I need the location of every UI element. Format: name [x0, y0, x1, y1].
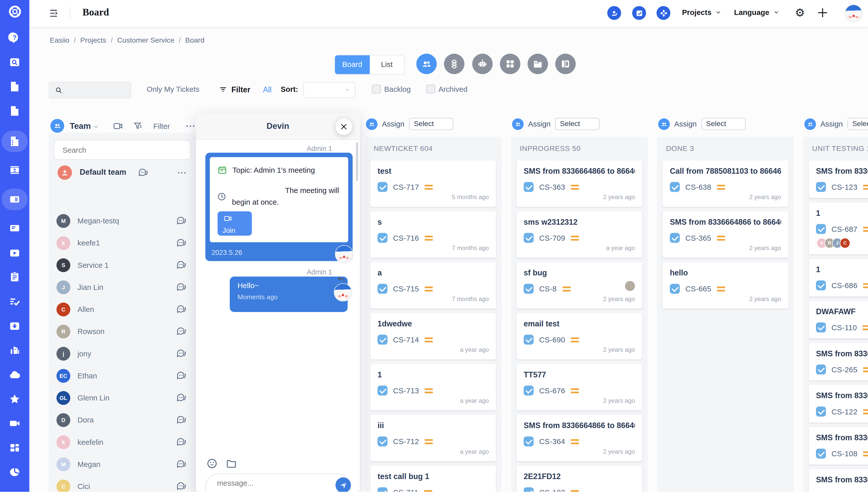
gear-icon[interactable]: ⚙ — [793, 6, 806, 19]
projects-menu[interactable]: Projects — [682, 8, 721, 17]
more-options-icon[interactable] — [185, 120, 196, 132]
sidebar-item-search-doc[interactable] — [8, 56, 21, 69]
breadcrumb-item[interactable]: Board — [185, 36, 205, 44]
card-checkbox[interactable] — [816, 364, 826, 374]
sidebar-item-file[interactable] — [8, 80, 21, 93]
ticket-card[interactable]: 1CS-686 — [809, 259, 868, 296]
card-checkbox[interactable] — [670, 284, 680, 294]
member-row[interactable]: MMegan-testq — [49, 213, 196, 230]
card-checkbox[interactable] — [523, 284, 534, 294]
join-meeting-button[interactable]: Join — [217, 211, 252, 236]
video-call-icon[interactable] — [113, 120, 124, 132]
member-row[interactable]: JJian Lin — [49, 279, 196, 296]
chat-bubble-icon[interactable] — [175, 370, 187, 382]
ticket-card[interactable]: SMS from 8336664866 to 86646... — [809, 469, 868, 492]
ticket-card[interactable]: SMS from 8336664866 to 86646...CS-3632 y… — [516, 161, 642, 207]
menu-toggle-icon[interactable] — [49, 8, 60, 19]
sidebar-item-help[interactable]: ? — [8, 31, 21, 44]
card-checkbox[interactable] — [378, 284, 388, 294]
card-checkbox[interactable] — [523, 233, 534, 243]
member-row[interactable]: RRowson — [49, 323, 196, 341]
filter-icon[interactable] — [219, 85, 228, 94]
assign-select[interactable]: Select — [555, 118, 599, 130]
chat-bubble-icon[interactable] — [175, 281, 187, 293]
card-checkbox[interactable] — [816, 407, 826, 416]
app-logo-icon[interactable] — [8, 4, 22, 19]
ticket-card[interactable]: SMS from 8336664866 to 86646...CS-265 — [809, 343, 868, 380]
card-checkbox[interactable] — [816, 224, 826, 234]
ticket-card[interactable]: SMS from 8336664866 to 86646...CS-123 — [809, 161, 868, 198]
ticket-card[interactable]: helloCS-6652 years ago — [663, 262, 788, 309]
card-checkbox[interactable] — [816, 449, 826, 459]
chat-bubble-icon[interactable] — [137, 167, 149, 179]
chat-bubble-icon[interactable] — [175, 459, 187, 470]
ticket-card[interactable]: SMS from 8336664866 to 86646...CS-3642 y… — [516, 415, 642, 461]
card-checkbox[interactable] — [523, 437, 534, 446]
card-checkbox[interactable] — [523, 335, 534, 345]
breadcrumb-item[interactable]: Projects — [80, 36, 106, 44]
sidebar-item-bank[interactable] — [8, 343, 21, 356]
card-checkbox[interactable] — [378, 182, 388, 192]
chat-bubble-icon[interactable] — [175, 437, 187, 448]
sidebar-item-task-check[interactable] — [8, 295, 21, 308]
member-row[interactable]: DDora — [49, 412, 196, 429]
chat-bubble-icon[interactable] — [175, 326, 187, 338]
robot-view-button[interactable] — [472, 54, 493, 74]
card-checkbox[interactable] — [523, 487, 534, 492]
sidebar-item-file-list[interactable] — [8, 135, 21, 148]
ticket-card[interactable]: 1CS-713a year ago — [370, 364, 496, 410]
chevron-down-icon[interactable] — [93, 124, 99, 130]
note-edit-button[interactable] — [632, 6, 646, 20]
ticket-card[interactable]: TT577CS-6762 years ago — [516, 364, 642, 410]
list-view-button[interactable]: List — [370, 55, 404, 74]
sidebar-item-cloud[interactable] — [8, 368, 21, 381]
team-filter-icon[interactable] — [133, 120, 143, 132]
message-input[interactable] — [216, 478, 323, 488]
ticket-card[interactable]: sCS-7167 months ago — [370, 211, 496, 258]
assign-select[interactable]: Select — [847, 118, 868, 130]
breadcrumb-item[interactable]: Easiio — [50, 36, 69, 44]
ticket-card[interactable]: sms w2312312CS-709a year ago — [516, 211, 642, 258]
member-row[interactable]: jjony — [49, 345, 196, 363]
member-row[interactable]: kkeefe1 — [49, 235, 196, 252]
member-row[interactable]: kkeefelin — [49, 434, 196, 451]
more-options-icon[interactable] — [177, 168, 187, 178]
ticket-card[interactable]: 1CS-687kRJC — [809, 202, 868, 254]
grid-view-button[interactable] — [500, 54, 520, 74]
board-columns-view-button[interactable] — [555, 54, 576, 74]
sidebar-item-clipboard[interactable] — [8, 271, 21, 283]
chat-bubble-icon[interactable] — [175, 392, 187, 404]
people-view-button[interactable] — [416, 54, 437, 74]
member-row[interactable]: CCici — [49, 478, 196, 492]
card-checkbox[interactable] — [816, 323, 826, 333]
ticket-card[interactable]: testCS-7175 months ago — [370, 161, 496, 207]
close-button[interactable] — [335, 118, 352, 135]
search-input[interactable] — [66, 83, 129, 97]
member-row[interactable]: SService 1 — [49, 257, 196, 274]
assign-select[interactable]: Select — [701, 118, 745, 130]
chat-bubble-icon[interactable] — [175, 237, 187, 249]
card-checkbox[interactable] — [523, 386, 534, 395]
ticket-card[interactable]: aCS-7157 months ago — [370, 262, 496, 309]
card-checkbox[interactable] — [378, 437, 388, 446]
sidebar-item-video-cam[interactable] — [8, 417, 21, 430]
member-row[interactable]: ECEthan — [49, 367, 196, 385]
card-checkbox[interactable] — [816, 280, 826, 290]
layers-view-button[interactable] — [444, 54, 465, 74]
only-my-tickets-link[interactable]: Only My Tickets — [147, 85, 200, 94]
sidebar-item-video-file[interactable] — [8, 247, 21, 260]
ticket-card[interactable]: sf bugCS-82 years ago — [516, 262, 642, 309]
user-add-button[interactable] — [607, 6, 621, 20]
card-checkbox[interactable] — [670, 233, 680, 243]
ticket-card[interactable]: SMS from 8336664866 to 86646...CS-122 — [809, 385, 868, 422]
folder-view-button[interactable] — [527, 54, 548, 74]
sidebar-item-dashboard[interactable] — [8, 442, 21, 454]
emoji-icon[interactable] — [206, 458, 218, 470]
chat-bubble-icon[interactable] — [175, 303, 187, 315]
assign-select[interactable]: Select — [409, 118, 453, 130]
ticket-card[interactable]: iiiCS-712a year ago — [370, 415, 496, 461]
breadcrumb-item[interactable]: Customer Service — [117, 36, 174, 44]
ticket-card[interactable]: DWAFAWFCS-110 — [809, 301, 868, 339]
chat-bubble-icon[interactable] — [175, 348, 187, 360]
team-search-input[interactable] — [62, 143, 186, 157]
